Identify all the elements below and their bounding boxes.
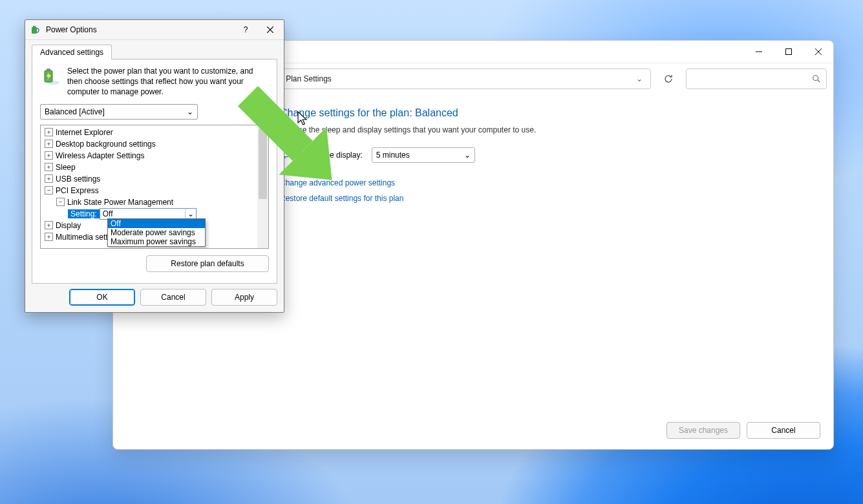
tab-strip: Advanced settings (25, 40, 284, 59)
chevron-down-icon[interactable]: ⌄ (632, 74, 646, 83)
svg-rect-3 (32, 27, 37, 34)
settings-tree[interactable]: +Internet Explorer +Desktop background s… (40, 125, 269, 249)
refresh-button[interactable] (657, 69, 679, 89)
dialog-intro-text: Select the power plan that you want to c… (67, 66, 269, 98)
dropdown-value: 5 minutes (376, 151, 410, 160)
change-advanced-link[interactable]: Change advanced power settings (280, 178, 822, 187)
tab-advanced-settings[interactable]: Advanced settings (32, 45, 112, 59)
tree-item-usb-settings[interactable]: USB settings (56, 174, 100, 184)
svg-rect-4 (33, 26, 36, 27)
page-description: Choose the sleep and display settings th… (280, 125, 822, 134)
ok-button[interactable]: OK (69, 289, 135, 306)
battery-large-icon (40, 66, 61, 87)
link-state-options-list[interactable]: Off Moderate power savings Maximum power… (107, 218, 206, 247)
cancel-button[interactable]: Cancel (747, 422, 820, 439)
apply-button[interactable]: Apply (211, 289, 277, 306)
turn-off-display-label: Turn off the display: (295, 151, 363, 160)
tree-item-sleep[interactable]: Sleep (56, 163, 76, 172)
restore-defaults-link[interactable]: Restore default settings for this plan (280, 194, 822, 203)
dialog-title: Power Options (46, 25, 97, 34)
tree-item-internet-explorer[interactable]: Internet Explorer (56, 128, 113, 137)
chevron-down-icon: ⌄ (187, 107, 193, 116)
svg-point-1 (813, 76, 818, 81)
turn-off-display-dropdown[interactable]: 5 minutes ⌄ (372, 147, 475, 163)
expand-toggle[interactable]: + (45, 174, 53, 183)
tree-item-wireless-adapter[interactable]: Wireless Adapter Settings (56, 151, 144, 160)
advanced-settings-panel: Select the power plan that you want to c… (32, 59, 277, 284)
minimize-button[interactable] (744, 41, 774, 63)
tree-item-display[interactable]: Display (56, 221, 81, 230)
option-moderate[interactable]: Moderate power savings (108, 228, 205, 237)
restore-plan-defaults-button[interactable]: Restore plan defaults (146, 255, 269, 272)
power-options-dialog: Power Options ? Advanced settings Select… (25, 19, 284, 313)
svg-rect-0 (786, 49, 792, 55)
search-icon (812, 74, 821, 83)
desktop-wallpaper: Hardware and Sound › Power Options › Edi… (0, 0, 863, 504)
option-off[interactable]: Off (108, 219, 205, 228)
collapse-toggle[interactable]: − (56, 198, 65, 206)
tree-item-pci-express[interactable]: PCI Express (56, 186, 99, 195)
tree-item-link-state-power-mgmt[interactable]: Link State Power Management (67, 198, 173, 207)
turn-off-display-row: Turn off the display: 5 minutes ⌄ (280, 147, 822, 163)
tree-item-desktop-background[interactable]: Desktop background settings (56, 140, 156, 149)
expand-toggle[interactable]: + (45, 221, 53, 229)
option-maximum[interactable]: Maximum power savings (108, 237, 205, 246)
search-input[interactable] (686, 68, 827, 89)
expand-toggle[interactable]: + (45, 128, 53, 136)
close-button[interactable] (261, 23, 280, 37)
collapse-toggle[interactable]: − (45, 186, 53, 194)
help-button[interactable]: ? (236, 23, 255, 37)
maximize-button[interactable] (774, 41, 804, 63)
tree-scrollbar[interactable] (257, 125, 268, 248)
save-changes-button[interactable]: Save changes (666, 422, 740, 439)
svg-rect-7 (47, 68, 50, 70)
dropdown-value: Balanced [Active] (45, 107, 105, 116)
scrollbar-thumb[interactable] (259, 128, 267, 199)
chevron-down-icon: ⌄ (185, 209, 196, 219)
dialog-title-bar[interactable]: Power Options ? (25, 20, 284, 40)
expand-toggle[interactable]: + (45, 233, 53, 241)
expand-toggle[interactable]: + (45, 140, 53, 148)
dropdown-value: Off (103, 209, 113, 218)
power-plan-dropdown[interactable]: Balanced [Active] ⌄ (40, 104, 198, 120)
battery-icon (30, 25, 41, 35)
chevron-down-icon: ⌄ (464, 151, 471, 160)
cancel-button[interactable]: Cancel (140, 289, 206, 306)
page-title: Change settings for the plan: Balanced (280, 107, 822, 119)
close-button[interactable] (804, 41, 833, 63)
setting-label: Setting: (68, 209, 100, 218)
expand-toggle[interactable]: + (45, 163, 53, 171)
expand-toggle[interactable]: + (45, 151, 53, 160)
